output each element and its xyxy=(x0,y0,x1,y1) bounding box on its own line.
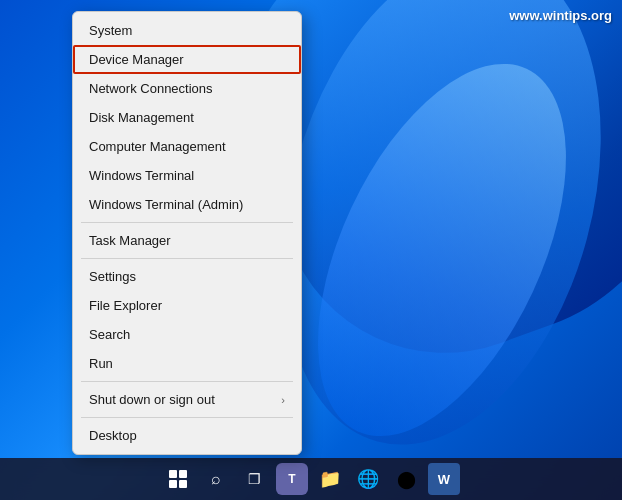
menu-item-disk-management[interactable]: Disk Management xyxy=(73,103,301,132)
windows-logo-icon xyxy=(169,470,187,488)
menu-item-label-shut-down: Shut down or sign out xyxy=(89,392,215,407)
menu-item-settings[interactable]: Settings xyxy=(73,262,301,291)
menu-item-label-windows-terminal-admin: Windows Terminal (Admin) xyxy=(89,197,243,212)
menu-item-label-settings: Settings xyxy=(89,269,136,284)
menu-divider-divider-2 xyxy=(81,258,293,259)
menu-item-label-task-manager: Task Manager xyxy=(89,233,171,248)
start-button[interactable] xyxy=(162,463,194,495)
taskbar-fileexplorer-icon[interactable]: 📁 xyxy=(314,463,346,495)
menu-item-label-windows-terminal: Windows Terminal xyxy=(89,168,194,183)
menu-item-task-manager[interactable]: Task Manager xyxy=(73,226,301,255)
watermark: www.wintips.org xyxy=(509,8,612,23)
taskbar-search-button[interactable]: ⌕ xyxy=(200,463,232,495)
menu-item-label-computer-management: Computer Management xyxy=(89,139,226,154)
menu-item-windows-terminal-admin[interactable]: Windows Terminal (Admin) xyxy=(73,190,301,219)
menu-divider-divider-1 xyxy=(81,222,293,223)
desktop: www.wintips.org SystemDevice ManagerNetw… xyxy=(0,0,622,500)
menu-item-label-file-explorer: File Explorer xyxy=(89,298,162,313)
menu-item-desktop[interactable]: Desktop xyxy=(73,421,301,450)
menu-item-label-disk-management: Disk Management xyxy=(89,110,194,125)
taskbar: ⌕ ❐ T 📁 🌐 ⬤ W xyxy=(0,458,622,500)
menu-item-file-explorer[interactable]: File Explorer xyxy=(73,291,301,320)
menu-item-label-run: Run xyxy=(89,356,113,371)
menu-item-computer-management[interactable]: Computer Management xyxy=(73,132,301,161)
context-menu: SystemDevice ManagerNetwork ConnectionsD… xyxy=(72,11,302,455)
menu-item-network-connections[interactable]: Network Connections xyxy=(73,74,301,103)
taskbar-chrome-icon[interactable]: ⬤ xyxy=(390,463,422,495)
menu-item-label-system: System xyxy=(89,23,132,38)
menu-item-search[interactable]: Search xyxy=(73,320,301,349)
taskbar-teams-icon[interactable]: T xyxy=(276,463,308,495)
menu-divider-divider-4 xyxy=(81,417,293,418)
menu-item-system[interactable]: System xyxy=(73,16,301,45)
taskbar-edge-icon[interactable]: 🌐 xyxy=(352,463,384,495)
menu-item-shut-down[interactable]: Shut down or sign out› xyxy=(73,385,301,414)
menu-item-device-manager[interactable]: Device Manager xyxy=(73,45,301,74)
menu-item-run[interactable]: Run xyxy=(73,349,301,378)
menu-divider-divider-3 xyxy=(81,381,293,382)
menu-item-label-network-connections: Network Connections xyxy=(89,81,213,96)
menu-item-label-desktop: Desktop xyxy=(89,428,137,443)
menu-item-label-search: Search xyxy=(89,327,130,342)
menu-item-arrow-shut-down: › xyxy=(281,394,285,406)
taskbar-taskview-button[interactable]: ❐ xyxy=(238,463,270,495)
menu-item-label-device-manager: Device Manager xyxy=(89,52,184,67)
menu-item-windows-terminal[interactable]: Windows Terminal xyxy=(73,161,301,190)
taskbar-word-icon[interactable]: W xyxy=(428,463,460,495)
